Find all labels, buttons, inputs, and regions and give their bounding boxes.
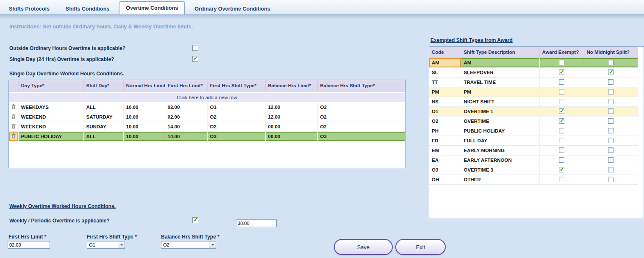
cell-code[interactable]: AM [429,58,461,67]
exempt-shift-row[interactable]: O3OVERTIME 3 [429,165,638,175]
grid-column-header[interactable]: Balance Hrs Shift Type* [317,80,405,91]
cell-award-exempt[interactable] [539,58,584,67]
cell-normal-hrs-limit[interactable]: 10.00 [123,122,165,131]
cell-balance-hrs-limit[interactable]: 00.00 [265,122,317,131]
weekly-hours-input[interactable] [236,219,277,227]
balance-hrs-shift-type-combo[interactable]: O2 [161,241,216,249]
award-exempt-checkbox[interactable] [559,69,564,75]
cell-day-type[interactable]: WEEKDAYS [18,102,83,112]
cell-shift-type-description[interactable]: SLEEPOVER [461,67,539,77]
grid-column-header[interactable]: Normal Hrs Limit* [123,80,165,91]
no-midnight-split-checkbox[interactable] [608,89,613,94]
cell-award-exempt[interactable] [539,155,584,165]
single-day-row[interactable]: WEEKENDSATURDAY10.0002.00O212.00O2 [9,112,405,122]
grid-column-header[interactable]: Shift Day* [83,80,123,91]
cell-shift-day[interactable]: SUNDAY [83,122,123,131]
cell-shift-type-description[interactable]: NIGHT SHIFT [461,97,539,106]
cell-code[interactable]: PH [429,126,461,136]
cell-shift-type-description[interactable]: OVERTIME [461,116,539,126]
cell-code[interactable]: O1 [429,106,461,116]
weekly-applicable-checkbox[interactable] [192,217,198,223]
cell-code[interactable]: OH [429,175,461,184]
grid-column-header[interactable]: Day Type* [18,80,83,91]
cell-no-midnight-split[interactable] [584,58,638,67]
award-exempt-checkbox[interactable] [559,108,564,114]
single-day-row[interactable]: PUBLIC HOLIDAYALL10.0014.00O300.00O3 [9,131,405,141]
grid-column-header[interactable]: First Hrs Shift Type* [207,80,265,91]
no-midnight-split-checkbox[interactable] [608,147,613,153]
single-day-row[interactable]: WEEKDAYSALL10.0002.00O112.00O2 [9,102,405,112]
no-midnight-split-checkbox[interactable] [608,167,613,172]
cell-no-midnight-split[interactable] [584,155,638,165]
cell-award-exempt[interactable] [539,77,584,87]
cell-shift-type-description[interactable]: PUBLIC HOLIDAY [461,126,539,136]
cell-day-type[interactable]: WEEKEND [18,122,83,131]
cell-first-hrs-limit[interactable]: 02.00 [165,112,207,122]
cell-no-midnight-split[interactable] [584,145,638,155]
cell-first-hrs-shift-type[interactable]: O2 [207,122,265,131]
cell-award-exempt[interactable] [539,165,584,175]
tab-shifts-conditions[interactable]: Shifts Conditions [59,3,116,14]
no-midnight-split-checkbox[interactable] [608,99,613,104]
cell-no-midnight-split[interactable] [584,126,638,136]
cell-code[interactable]: O2 [429,116,461,126]
cell-code[interactable]: O3 [429,165,461,175]
tab-shifts-protocols[interactable]: Shifts Protocols [3,3,56,14]
first-hrs-limit-input[interactable] [8,241,50,249]
single-day-checkbox[interactable] [192,56,198,62]
cell-first-hrs-shift-type[interactable]: O3 [207,131,265,141]
no-midnight-split-checkbox[interactable] [608,118,613,124]
cell-balance-hrs-shift-type[interactable]: O3 [317,131,405,141]
cell-shift-type-description[interactable]: EARLY MORNING [461,145,539,155]
save-button[interactable]: Save [334,239,393,255]
cell-award-exempt[interactable] [539,87,584,97]
cell-award-exempt[interactable] [539,97,584,106]
cell-shift-type-description[interactable]: AM [461,58,539,67]
exempt-shift-row[interactable]: PMPM [429,87,638,97]
no-midnight-split-checkbox[interactable] [608,108,613,114]
no-midnight-split-checkbox[interactable] [608,177,613,182]
cell-shift-type-description[interactable]: EARLY AFTERNOON [461,155,539,165]
no-midnight-split-checkbox[interactable] [608,128,613,133]
exempt-shift-row[interactable]: PHPUBLIC HOLIDAY [429,126,638,136]
exempt-shift-row[interactable]: EMEARLY MORNING [429,145,638,155]
no-midnight-split-checkbox[interactable] [608,138,613,143]
cell-first-hrs-limit[interactable]: 14.00 [165,131,207,141]
cell-normal-hrs-limit[interactable]: 10.00 [123,131,165,141]
exempt-shift-row[interactable]: OHOTHER [429,175,638,184]
cell-balance-hrs-shift-type[interactable]: O2 [317,122,405,131]
cell-first-hrs-limit[interactable]: 14.00 [165,122,207,131]
grid-column-header[interactable]: Award Exempt? [539,47,584,58]
no-midnight-split-checkbox[interactable] [608,157,613,163]
cell-code[interactable]: NS [429,97,461,106]
tab-overtime-conditions[interactable]: Overtime Conditions [119,1,185,14]
cell-normal-hrs-limit[interactable]: 10.00 [123,102,165,112]
delete-row-button[interactable] [9,131,18,141]
outside-ordinary-checkbox[interactable] [192,45,198,51]
add-new-row[interactable]: Click here to add a new row [9,93,405,102]
first-hrs-shift-type-combo[interactable]: O1 [87,241,125,249]
cell-first-hrs-shift-type[interactable]: O1 [207,102,265,112]
cell-balance-hrs-shift-type[interactable]: O2 [317,102,405,112]
award-exempt-checkbox[interactable] [559,118,564,124]
dropdown-arrow-icon[interactable] [209,241,216,248]
award-exempt-checkbox[interactable] [559,60,564,65]
cell-code[interactable]: FD [429,136,461,145]
cell-award-exempt[interactable] [539,175,584,184]
cell-balance-hrs-limit[interactable]: 00.00 [265,131,317,141]
exempt-shift-row[interactable]: AMAM [429,58,638,67]
cell-no-midnight-split[interactable] [584,67,638,77]
exempt-shift-row[interactable]: EAEARLY AFTERNOON [429,155,638,165]
grid-column-header[interactable]: Shift Type Description [461,47,539,58]
grid-column-header[interactable]: Code [429,47,461,58]
exempt-shift-row[interactable]: NSNIGHT SHIFT [429,97,638,106]
cell-balance-hrs-limit[interactable]: 12.00 [265,112,317,122]
cell-code[interactable]: EA [429,155,461,165]
cell-award-exempt[interactable] [539,136,584,145]
cell-award-exempt[interactable] [539,106,584,116]
award-exempt-checkbox[interactable] [559,138,564,143]
cell-code[interactable]: PM [429,87,461,97]
cell-award-exempt[interactable] [539,67,584,77]
cell-award-exempt[interactable] [539,145,584,155]
delete-row-button[interactable] [9,102,18,112]
